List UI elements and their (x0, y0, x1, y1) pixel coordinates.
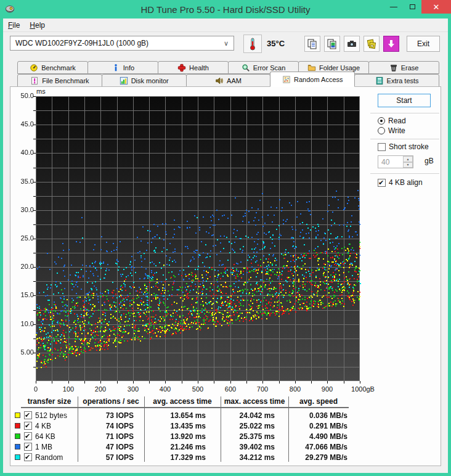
download-results-button[interactable] (383, 36, 399, 52)
y-tick: 50.0 (10, 92, 34, 99)
tab-disk-monitor[interactable]: Disk monitor (102, 74, 187, 87)
tab-label: Disk monitor (131, 77, 169, 84)
copy-text-button[interactable] (304, 36, 320, 52)
window-title: HD Tune Pro 5.50 - Hard Disk/SSD Utility (0, 4, 451, 15)
short-stroke-checkbox[interactable] (378, 143, 386, 151)
maximize-button[interactable] (403, 0, 421, 14)
series-label: 4 KB (35, 422, 51, 430)
x-tick: 300 (128, 385, 139, 393)
tab-info[interactable]: Info (87, 61, 158, 74)
avg-access-value: 13.920 ms (144, 432, 206, 441)
spinner-down-button[interactable]: ▼ (403, 162, 413, 168)
tab-aam[interactable]: AAM (186, 74, 271, 87)
save-button[interactable] (364, 36, 380, 52)
separator (370, 139, 439, 139)
screenshot-button[interactable] (344, 36, 360, 52)
x-tick: 800 (290, 385, 301, 393)
avg-access-value: 17.329 ms (144, 453, 206, 462)
tab-extra-tests[interactable]: Extra tests (354, 74, 439, 87)
x-tick: 600 (225, 385, 236, 393)
spinner-up-button[interactable]: ▲ (403, 156, 413, 162)
series-swatch-1mb (15, 444, 20, 449)
series-checkbox-64kb[interactable] (24, 432, 32, 440)
write-radio[interactable] (378, 127, 385, 134)
y-tick: 35.0 (10, 178, 34, 185)
folder-icon (307, 64, 316, 72)
tab-label: Extra tests (387, 77, 419, 84)
start-button[interactable]: Start (378, 94, 431, 107)
menu-file[interactable]: File (3, 19, 25, 31)
tab-label: Random Access (294, 76, 343, 83)
4kb-align-checkbox[interactable] (378, 179, 386, 187)
file-benchmark-icon (30, 76, 39, 85)
magnifier-icon (242, 64, 250, 72)
app-window: HD Tune Pro 5.50 - Hard Disk/SSD Utility… (0, 0, 451, 476)
col-header-avg-speed: avg. speed (288, 397, 349, 406)
copy-image-icon (327, 38, 338, 49)
avg-speed-value: 29.279 MB/s (288, 453, 347, 462)
title-bar: HD Tune Pro 5.50 - Hard Disk/SSD Utility… (0, 0, 451, 18)
col-header-avg-access: avg. access time (144, 397, 221, 406)
tab-benchmark[interactable]: Benchmark (17, 61, 88, 74)
speaker-icon (215, 76, 224, 85)
temperature-button[interactable] (243, 35, 262, 53)
x-tick: 200 (95, 385, 106, 393)
tab-row-1: Benchmark Info Health Error Scan Folder … (17, 61, 439, 74)
tab-file-benchmark[interactable]: File Benchmark (17, 74, 102, 87)
4kb-align-label: 4 KB align (389, 178, 423, 187)
menu-help[interactable]: Help (25, 19, 50, 31)
series-checkbox-512bytes[interactable] (24, 411, 32, 419)
read-radio[interactable] (378, 117, 385, 125)
series-checkbox-1mb[interactable] (24, 443, 32, 451)
max-access-value: 34.212 ms (221, 453, 275, 462)
tab-label: Info (123, 64, 134, 72)
y-tick: 30.0 (10, 206, 34, 213)
drive-select-value: WDC WD1002F9YZ-09H1JL0 (1000 gB) (15, 39, 148, 47)
series-swatch-4kb (15, 423, 20, 429)
separator (370, 113, 439, 113)
x-tick: 1000gB (351, 385, 375, 393)
health-cross-icon (177, 64, 186, 72)
stroke-size-spinner[interactable]: 40 ▲ ▼ (378, 155, 413, 168)
x-tick: 0 (34, 385, 38, 393)
tab-label: Folder Usage (319, 64, 360, 72)
thermometer-icon (248, 37, 257, 51)
tab-health[interactable]: Health (158, 61, 229, 74)
series-label: 64 KB (35, 432, 55, 441)
avg-speed-value: 47.066 MB/s (288, 443, 347, 451)
series-swatch-random (15, 454, 20, 460)
minimize-button[interactable]: — (384, 0, 403, 14)
series-checkbox-random[interactable] (24, 453, 32, 461)
close-button[interactable]: ✕ (421, 0, 451, 14)
tab-label: Erase (401, 64, 419, 72)
y-tick: 40.0 (10, 149, 34, 156)
copy-text-icon (307, 38, 318, 49)
drive-select[interactable]: WDC WD1002F9YZ-09H1JL0 (1000 gB) ∨ (10, 36, 234, 51)
calculator-icon (375, 76, 384, 85)
exit-button[interactable]: Exit (407, 36, 440, 52)
y-tick: 25.0 (10, 234, 34, 242)
series-label: 512 bytes (35, 411, 67, 420)
iops-value: 57 IOPS (78, 453, 134, 462)
tab-row-2: File Benchmark Disk monitor AAM Random A… (17, 74, 439, 87)
copy-image-button[interactable] (324, 36, 340, 52)
avg-speed-value: 0.291 MB/s (288, 422, 347, 430)
x-tick: 400 (160, 385, 171, 393)
access-time-scatter-chart (31, 94, 364, 384)
x-tick: 900 (322, 385, 333, 393)
series-label: 1 MB (35, 443, 52, 451)
series-checkbox-4kb[interactable] (24, 422, 32, 430)
y-tick: 5.00 (10, 348, 34, 356)
temperature-value: 35°C (267, 39, 285, 48)
series-swatch-512bytes (15, 412, 20, 418)
write-label: Write (388, 126, 405, 135)
avg-speed-value: 4.490 MB/s (288, 432, 347, 441)
read-label: Read (388, 117, 406, 125)
tab-label: AAM (227, 77, 242, 84)
y-tick: 20.0 (10, 263, 34, 270)
iops-value: 74 IOPS (78, 422, 134, 430)
tab-random-access[interactable]: Random Access (270, 72, 355, 87)
menu-bar: File Help (3, 18, 448, 32)
random-access-icon (282, 75, 291, 84)
tab-erase[interactable]: Erase (368, 61, 439, 74)
